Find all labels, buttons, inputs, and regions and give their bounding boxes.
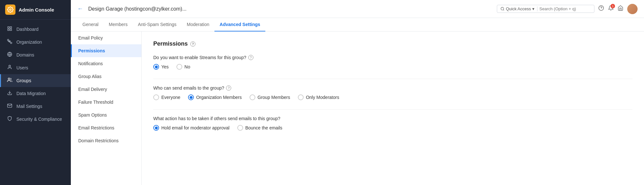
- nav-group-alias[interactable]: Group Alias: [71, 70, 141, 83]
- question1-help-icon[interactable]: ?: [248, 55, 253, 60]
- nav-domain-restrictions[interactable]: Domain Restrictions: [71, 134, 141, 147]
- nav-email-policy[interactable]: Email Policy: [71, 31, 141, 44]
- mail-settings-icon: [7, 103, 13, 110]
- radio-no-label: No: [185, 64, 190, 69]
- tab-general[interactable]: General: [77, 18, 104, 31]
- tab-moderation[interactable]: Moderation: [182, 18, 214, 31]
- question3-group: What action has to be taken if others se…: [153, 116, 632, 131]
- question3-option-hold[interactable]: Hold email for moderator approval: [153, 125, 230, 131]
- divider2: [153, 109, 632, 110]
- question2-option-org-members[interactable]: Organization Members: [188, 94, 242, 100]
- help-button[interactable]: [598, 5, 604, 13]
- groups-icon: [7, 77, 13, 84]
- nav-spam-options[interactable]: Spam Options: [71, 109, 141, 121]
- question1-radio-group: Yes No: [153, 64, 632, 70]
- sidebar-item-dashboard[interactable]: Dashboard: [0, 23, 71, 36]
- question1-text: Do you want to enable Streams for this g…: [153, 55, 246, 60]
- sidebar: Admin Console Dashboard Organization Dom…: [0, 0, 71, 185]
- section-help-icon[interactable]: ?: [190, 41, 195, 47]
- sidebar-item-label: Dashboard: [16, 27, 39, 32]
- question1-label: Do you want to enable Streams for this g…: [153, 55, 632, 60]
- radio-yes-label: Yes: [161, 64, 169, 69]
- sidebar-item-organization[interactable]: Organization: [0, 36, 71, 48]
- right-content: Permissions ? Do you want to enable Stre…: [142, 31, 644, 185]
- question2-group: Who can send emails to the group? ? Ever…: [153, 85, 632, 100]
- quick-access-button[interactable]: Quick Access ▾: [500, 6, 537, 11]
- search-box[interactable]: Quick Access ▾: [497, 5, 594, 13]
- organization-icon: [7, 39, 13, 45]
- question3-option-bounce[interactable]: Bounce the emails: [237, 125, 282, 131]
- sidebar-item-label: Data Migration: [16, 91, 46, 96]
- question2-label: Who can send emails to the group? ?: [153, 85, 632, 91]
- question3-label: What action has to be taken if others se…: [153, 116, 632, 121]
- sidebar-item-domains[interactable]: Domains: [0, 48, 71, 61]
- tab-members[interactable]: Members: [104, 18, 133, 31]
- sidebar-item-security[interactable]: Security & Compliance: [0, 113, 71, 126]
- question1-option-yes[interactable]: Yes: [153, 64, 169, 70]
- radio-only-mods-label: Only Moderators: [306, 95, 339, 100]
- main-area: ← Design Garage (hostingcon@zylker.com).…: [71, 0, 644, 185]
- section-title: Permissions ?: [153, 40, 632, 47]
- page-title: Design Garage (hostingcon@zylker.com)...: [88, 6, 493, 12]
- svg-rect-5: [7, 39, 9, 40]
- radio-hold-label: Hold email for moderator approval: [161, 125, 230, 130]
- radio-org-members[interactable]: [188, 94, 194, 100]
- radio-everyone[interactable]: [153, 94, 159, 100]
- question2-help-icon[interactable]: ?: [226, 85, 231, 91]
- sidebar-header: Admin Console: [0, 0, 71, 20]
- svg-rect-7: [11, 42, 12, 44]
- svg-point-13: [9, 65, 10, 67]
- radio-yes[interactable]: [153, 64, 159, 70]
- tab-advanced[interactable]: Advanced Settings: [214, 18, 265, 31]
- app-logo-icon: [5, 4, 15, 15]
- security-icon: [7, 116, 13, 122]
- sidebar-nav: Dashboard Organization Domains Users Gro…: [0, 20, 71, 185]
- avatar[interactable]: [627, 4, 638, 14]
- left-nav: Email Policy Permissions Notifications G…: [71, 31, 142, 185]
- nav-email-delivery[interactable]: Email Delivery: [71, 83, 141, 96]
- svg-point-14: [8, 78, 10, 80]
- dashboard-icon: [7, 26, 13, 32]
- radio-no[interactable]: [176, 64, 182, 70]
- svg-rect-1: [8, 27, 9, 28]
- app-title: Admin Console: [19, 7, 54, 13]
- question2-option-only-mods[interactable]: Only Moderators: [298, 94, 339, 100]
- data-migration-icon: [7, 90, 13, 97]
- search-input[interactable]: [539, 6, 591, 11]
- radio-hold[interactable]: [153, 125, 159, 131]
- nav-failure-threshold[interactable]: Failure Threshold: [71, 96, 141, 109]
- back-button[interactable]: ←: [77, 5, 83, 12]
- sidebar-item-data-migration[interactable]: Data Migration: [0, 87, 71, 100]
- nav-email-restrictions[interactable]: Email Restrictions: [71, 121, 141, 134]
- radio-everyone-label: Everyone: [161, 95, 180, 100]
- nav-permissions[interactable]: Permissions: [71, 44, 141, 57]
- svg-point-16: [501, 7, 504, 10]
- sidebar-item-label: Organization: [16, 40, 42, 45]
- radio-org-members-label: Organization Members: [196, 95, 242, 100]
- question1-group: Do you want to enable Streams for this g…: [153, 55, 632, 70]
- nav-notifications[interactable]: Notifications: [71, 57, 141, 70]
- sidebar-item-users[interactable]: Users: [0, 61, 71, 74]
- sidebar-item-label: Mail Settings: [16, 104, 42, 109]
- question1-option-no[interactable]: No: [176, 64, 190, 70]
- sidebar-item-mail-settings[interactable]: Mail Settings: [0, 100, 71, 113]
- quick-access-label: Quick Access: [506, 6, 531, 11]
- question2-text: Who can send emails to the group?: [153, 85, 224, 91]
- sidebar-item-label: Users: [16, 65, 28, 70]
- users-icon: [7, 65, 13, 71]
- sidebar-item-groups[interactable]: Groups: [0, 74, 71, 87]
- tab-anti-spam[interactable]: Anti-Spam Settings: [133, 18, 182, 31]
- notification-badge: 1: [611, 4, 615, 8]
- radio-bounce[interactable]: [237, 125, 243, 131]
- radio-only-mods[interactable]: [298, 94, 304, 100]
- svg-line-17: [503, 10, 504, 10]
- svg-rect-2: [10, 27, 12, 28]
- question2-option-everyone[interactable]: Everyone: [153, 94, 180, 100]
- sidebar-item-label: Domains: [16, 52, 34, 57]
- radio-group-members[interactable]: [250, 94, 255, 100]
- sidebar-item-label: Groups: [16, 78, 31, 83]
- home-button[interactable]: [618, 5, 623, 13]
- notifications-button[interactable]: 1: [608, 5, 614, 13]
- question2-option-group-members[interactable]: Group Members: [250, 94, 290, 100]
- domains-icon: [7, 52, 13, 58]
